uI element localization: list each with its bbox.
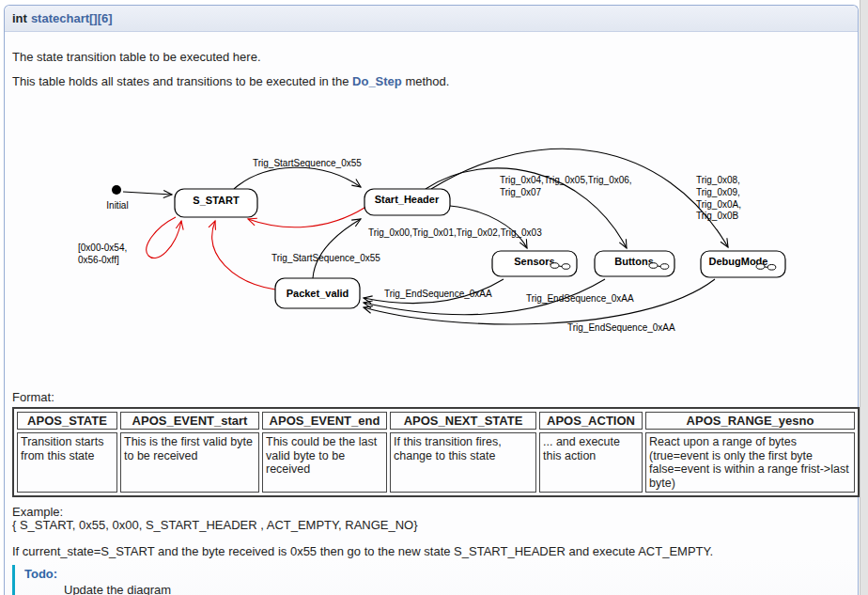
example-code: { S_START, 0x55, 0x00, S_START_HEADER , … — [12, 518, 418, 532]
statechart-svg: Initial S_START Start_Header Sensors But… — [4, 88, 868, 367]
label-end-seq-3: Trig_EndSequence_0xAA — [567, 322, 675, 333]
todo-block: Todo: Update the diagram — [12, 565, 852, 595]
description-line-1: The state transition table to be execute… — [12, 50, 852, 64]
label-trig-07: Trig_0x07 — [500, 187, 542, 197]
format-table-header-row: APOS_STATE APOS_EVENT_start APOS_EVENT_e… — [17, 412, 855, 430]
edge-packet-valid-to-start-header — [313, 219, 361, 278]
explanation-text: If current_state=S_START and the byte re… — [12, 544, 852, 558]
table-cell: This is the first valid byte to be recei… — [120, 432, 259, 493]
label-trig-0a: Trig_0x0A, — [696, 199, 741, 210]
description-line-2-tail: method. — [402, 74, 450, 88]
state-sensors-label: Sensors — [514, 256, 554, 267]
member-return-type: int — [12, 11, 27, 25]
scrollbar-gutter[interactable] — [860, 0, 868, 595]
state-packet-valid-label: Packet_valid — [287, 288, 349, 299]
table-cell: React upon a range of bytes (true=event … — [645, 432, 855, 493]
example-label: Example: — [12, 505, 63, 519]
statechart-diagram: Initial S_START Start_Header Sensors But… — [4, 88, 868, 367]
table-cell: ... and execute this action — [539, 432, 643, 493]
description-line-2: This table holds all states and transiti… — [12, 74, 852, 88]
column-header: APOS_STATE — [17, 412, 117, 430]
label-trig-08: Trig_0x08, — [696, 175, 740, 185]
edge-initial-to-s-start — [123, 192, 172, 195]
example-block: Example:{ S_START, 0x55, 0x00, S_START_H… — [12, 506, 852, 532]
description-line-2-text: This table holds all states and transiti… — [12, 74, 352, 88]
label-start-seq-bottom: Trig_StartSequence_0x55 — [271, 253, 380, 263]
format-label: Format: — [12, 390, 852, 404]
edge-s-start-self-loop — [147, 217, 181, 258]
table-cell: If this transition fires, change to this… — [390, 432, 536, 493]
column-header: APOS_ACTION — [539, 412, 643, 430]
do-step-link[interactable]: Do_Step — [352, 74, 402, 88]
label-trig-04-06: Trig_0x04,Trig_0x05,Trig_0x06, — [500, 175, 632, 185]
label-range-line2: 0x56-0xff] — [78, 255, 119, 265]
todo-label: Todo: — [24, 567, 852, 581]
label-trig-00-03: Trig_0x00,Trig_0x01,Trig_0x02,Trig_0x03 — [368, 227, 542, 238]
column-header: APOS_RANGE_yesno — [645, 412, 855, 430]
label-end-seq-2: Trig_EndSequence_0xAA — [526, 293, 634, 304]
member-doc-panel: intstatechart[][6] The state transition … — [4, 5, 859, 595]
todo-text: Update the diagram — [64, 583, 852, 595]
state-buttons-label: Buttons — [614, 256, 654, 267]
state-s-start-label: S_START — [193, 195, 240, 206]
edge-packet-valid-to-s-start — [212, 221, 275, 290]
label-end-seq-1: Trig_EndSequence_0xAA — [384, 289, 492, 299]
label-trig-09: Trig_0x09, — [696, 187, 740, 197]
member-title-bar: intstatechart[][6] — [5, 6, 858, 32]
column-header: APOS_EVENT_end — [262, 412, 387, 430]
table-cell: Transition starts from this state — [17, 432, 117, 493]
edge-start-header-to-s-start — [248, 208, 364, 227]
member-name[interactable]: statechart[][6] — [31, 11, 113, 25]
format-table: APOS_STATE APOS_EVENT_start APOS_EVENT_e… — [12, 407, 860, 497]
table-cell: This could be the last valid byte to be … — [262, 432, 387, 493]
format-table-row: Transition starts from this state This i… — [17, 432, 855, 493]
edge-s-start-to-start-header — [234, 167, 361, 189]
initial-state-label: Initial — [106, 200, 128, 211]
label-range-line1: [0x00-0x54, — [78, 243, 127, 253]
column-header: APOS_EVENT_start — [120, 412, 259, 430]
column-header: APOS_NEXT_STATE — [390, 412, 536, 430]
state-start-header-label: Start_Header — [375, 194, 440, 205]
initial-state-dot — [112, 185, 121, 195]
member-doc-body: The state transition table to be execute… — [5, 50, 858, 595]
label-trig-0b: Trig_0x0B — [696, 211, 739, 221]
label-start-seq-top: Trig_StartSequence_0x55 — [253, 158, 362, 168]
